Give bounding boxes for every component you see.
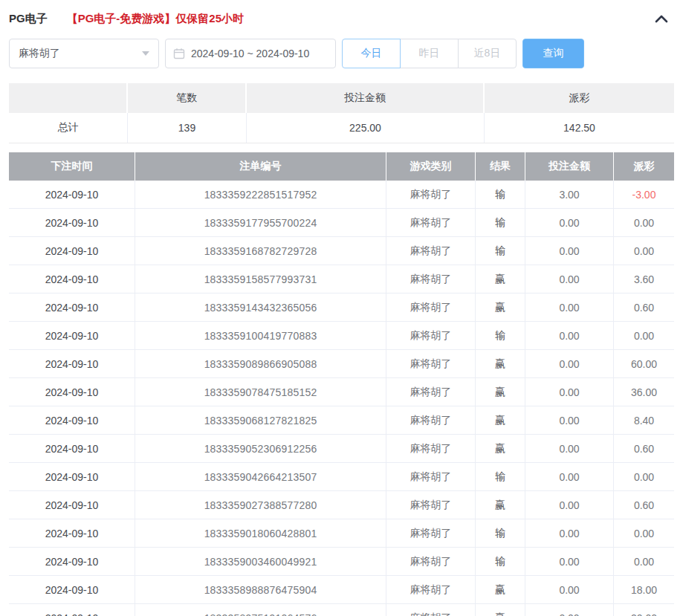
- table-row: 2024-09-101833358988876475904麻将胡了赢0.0018…: [9, 576, 674, 604]
- cell-order-no: 1833358988876475904: [135, 576, 386, 603]
- cell-bet-time: 2024-09-10: [9, 604, 135, 616]
- cell-result: 输: [476, 548, 525, 575]
- cell-game-type: 麻将胡了: [386, 519, 476, 547]
- cell-result: 输: [476, 181, 525, 208]
- table-row: 2024-09-101833358975191064576麻将胡了赢0.0030…: [9, 604, 674, 616]
- cell-bet-time: 2024-09-10: [9, 322, 135, 349]
- pg-records-panel: PG电子 【PG电子-免费游戏】仅保留25小时 麻将胡了 2024-09-10 …: [0, 0, 683, 616]
- cell-result: 赢: [476, 350, 525, 377]
- cell-payout: 18.00: [614, 576, 674, 603]
- cell-bet-amount: 0.00: [525, 576, 614, 603]
- cell-bet-amount: 0.00: [525, 519, 614, 547]
- cell-result: 输: [476, 322, 525, 349]
- cell-bet-time: 2024-09-10: [9, 576, 135, 603]
- cell-order-no: 1833359052306912256: [135, 435, 386, 462]
- quick-range-button-0[interactable]: 今日: [342, 39, 401, 68]
- cell-result: 输: [476, 237, 525, 265]
- table-row: 2024-09-101833359168782729728麻将胡了输0.000.…: [9, 237, 674, 265]
- cell-payout: 3.60: [614, 265, 674, 293]
- cell-bet-time: 2024-09-10: [9, 491, 135, 519]
- cell-bet-time: 2024-09-10: [9, 294, 135, 321]
- cell-order-no: 1833359027388577280: [135, 491, 386, 519]
- cell-result: 输: [476, 463, 525, 490]
- cell-game-type: 麻将胡了: [386, 265, 476, 293]
- cell-game-type: 麻将胡了: [386, 181, 476, 208]
- table-row: 2024-09-101833359158577993731麻将胡了赢0.003.…: [9, 265, 674, 294]
- cell-bet-amount: 0.00: [525, 491, 614, 519]
- cell-order-no: 1833359018060428801: [135, 519, 386, 547]
- cell-bet-time: 2024-09-10: [9, 209, 135, 236]
- cell-bet-time: 2024-09-10: [9, 181, 135, 208]
- cell-payout: 0.60: [614, 294, 674, 321]
- quick-range-button-1[interactable]: 昨日: [400, 39, 459, 68]
- cell-bet-amount: 0.00: [525, 294, 614, 321]
- cell-order-no: 1833359042664213507: [135, 463, 386, 490]
- cell-result: 赢: [476, 294, 525, 321]
- table-row: 2024-09-101833359042664213507麻将胡了输0.000.…: [9, 463, 674, 491]
- cell-game-type: 麻将胡了: [386, 378, 476, 406]
- summary-total-payout: 142.50: [485, 113, 674, 143]
- game-select[interactable]: 麻将胡了: [9, 39, 159, 68]
- cell-payout: 0.00: [614, 519, 674, 547]
- quick-range-button-group: 今日昨日近8日: [342, 39, 517, 68]
- table-row: 2024-09-101833359027388577280麻将胡了赢0.000.…: [9, 491, 674, 519]
- cell-payout: 60.00: [614, 350, 674, 377]
- game-select-value: 麻将胡了: [19, 47, 60, 60]
- cell-result: 赢: [476, 604, 525, 616]
- date-range-value: 2024-09-10 ~ 2024-09-10: [191, 48, 309, 59]
- cell-bet-amount: 0.00: [525, 406, 614, 434]
- filter-toolbar: 麻将胡了 2024-09-10 ~ 2024-09-10 今日昨日近8日 查询: [9, 39, 674, 68]
- table-row: 2024-09-101833359052306912256麻将胡了赢0.000.…: [9, 435, 674, 463]
- cell-payout: 0.60: [614, 491, 674, 519]
- cell-game-type: 麻将胡了: [386, 435, 476, 462]
- table-row: 2024-09-101833359222851517952麻将胡了输3.00-3…: [9, 181, 674, 209]
- table-row: 2024-09-101833359100419770883麻将胡了输0.000.…: [9, 322, 674, 350]
- records-header-bet-time: 下注时间: [9, 152, 135, 181]
- cell-order-no: 1833358975191064576: [135, 604, 386, 616]
- cell-bet-amount: 0.00: [525, 237, 614, 265]
- cell-result: 输: [476, 209, 525, 236]
- records-header-row: 下注时间注单编号游戏类别结果投注金额派彩: [9, 152, 674, 181]
- records-table: 下注时间注单编号游戏类别结果投注金额派彩 2024-09-10183335922…: [9, 152, 674, 616]
- summary-header-bet-amount: 投注金额: [247, 83, 485, 113]
- collapse-panel-button[interactable]: [655, 15, 668, 23]
- cell-game-type: 麻将胡了: [386, 548, 476, 575]
- cell-bet-time: 2024-09-10: [9, 265, 135, 293]
- summary-total-row: 总计 139 225.00 142.50: [9, 113, 674, 143]
- summary-header-count: 笔数: [128, 83, 247, 113]
- cell-bet-amount: 0.00: [525, 463, 614, 490]
- cell-payout: 0.00: [614, 237, 674, 265]
- cell-order-no: 1833359078475185152: [135, 378, 386, 406]
- cell-result: 赢: [476, 491, 525, 519]
- table-row: 2024-09-101833359078475185152麻将胡了赢0.0036…: [9, 378, 674, 406]
- cell-payout: -3.00: [614, 181, 674, 208]
- quick-range-button-2[interactable]: 近8日: [458, 39, 517, 68]
- cell-result: 赢: [476, 378, 525, 406]
- cell-game-type: 麻将胡了: [386, 604, 476, 616]
- cell-order-no: 1833359177955700224: [135, 209, 386, 236]
- cell-payout: 8.40: [614, 406, 674, 434]
- summary-header-row: 笔数 投注金额 派彩: [9, 83, 674, 113]
- cell-game-type: 麻将胡了: [386, 294, 476, 321]
- records-body: 2024-09-101833359222851517952麻将胡了输3.00-3…: [9, 181, 674, 616]
- page-title: PG电子: [9, 12, 48, 26]
- date-range-input[interactable]: 2024-09-10 ~ 2024-09-10: [165, 39, 336, 68]
- cell-result: 赢: [476, 576, 525, 603]
- cell-game-type: 麻将胡了: [386, 406, 476, 434]
- cell-payout: 30.00: [614, 604, 674, 616]
- cell-payout: 0.00: [614, 209, 674, 236]
- table-row: 2024-09-101833359177955700224麻将胡了输0.000.…: [9, 209, 674, 237]
- cell-bet-time: 2024-09-10: [9, 435, 135, 462]
- cell-game-type: 麻将胡了: [386, 322, 476, 349]
- cell-bet-amount: 0.00: [525, 209, 614, 236]
- calendar-icon: [173, 48, 185, 59]
- table-row: 2024-09-101833359143432365056麻将胡了赢0.000.…: [9, 294, 674, 322]
- cell-order-no: 1833359089866905088: [135, 350, 386, 377]
- cell-bet-amount: 0.00: [525, 435, 614, 462]
- query-button[interactable]: 查询: [522, 39, 584, 68]
- table-row: 2024-09-101833359018060428801麻将胡了输0.000.…: [9, 519, 674, 548]
- cell-bet-time: 2024-09-10: [9, 237, 135, 265]
- retention-notice: 【PG电子-免费游戏】仅保留25小时: [67, 12, 244, 26]
- cell-bet-time: 2024-09-10: [9, 378, 135, 406]
- cell-result: 赢: [476, 265, 525, 293]
